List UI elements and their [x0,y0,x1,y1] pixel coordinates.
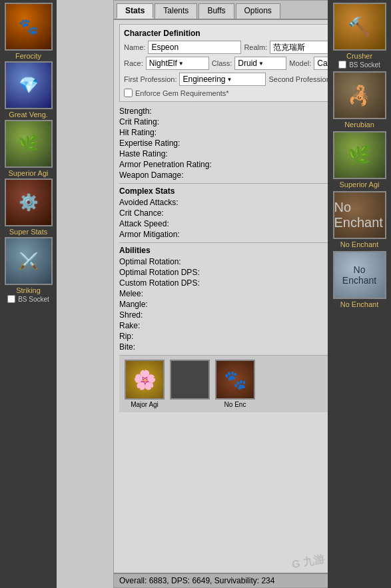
sidebar-item-nerubian[interactable]: 🦂 Nerubian [330,71,389,129]
class-value: Druid [238,59,257,68]
optimal-rotation-label: Optimal Rotation: [119,257,181,266]
sidebar-item-crusher[interactable]: 🔨 Crusher BS Socket [330,3,389,69]
stat-crit-chance-label: Crit Chance: [119,208,164,218]
tab-talents[interactable]: Talents [155,3,197,19]
stat-armor-mitigation-label: Armor Mitigation: [119,230,180,239]
enforce-gem-checkbox[interactable] [124,89,133,97]
crusher-bs-socket-label: BS Socket [349,61,380,69]
striking-bs-socket-checkbox[interactable] [7,295,15,303]
tab-stats[interactable]: Stats [117,3,153,19]
sidebar-item-no-enchant-2[interactable]: No Enchant No Enchant [330,251,389,308]
model-label: Model: [289,59,311,67]
no-enchant-1-label: No Enchant [340,240,378,248]
right-sidebar: 🔨 Crusher BS Socket 🦂 Nerubian 🌿 Superio… [328,0,391,588]
first-prof-value: Engineering [183,75,225,84]
stat-attack-speed-label: Attack Speed: [119,219,169,228]
equip-slot-major-agi[interactable]: 🌸 Major Agi [125,360,165,408]
crusher-bs-socket-row: BS Socket [338,61,380,69]
class-label: Class: [212,59,232,67]
class-arrow: ▼ [258,61,264,67]
main-container: 🐾 Ferocity 💎 Great Veng. 🌿 Superior Agi … [0,0,391,588]
first-prof-label: First Profession: [124,75,177,83]
race-label: Race: [124,59,143,67]
nerubian-label: Nerubian [344,121,374,129]
ferocity-icon: 🐾 [5,3,53,51]
superior-agi-icon: 🌿 [5,120,53,168]
tab-buffs[interactable]: Buffs [198,3,234,19]
name-label: Name: [124,43,145,51]
super-stats-label: Super Stats [9,228,47,236]
bite-label: Bite: [119,342,135,352]
sidebar-item-superior-agi-right[interactable]: 🌿 Superior Agi [330,131,389,188]
equip-major-agi-icon: 🌸 [125,360,165,400]
stat-crit-rating-label: Crit Rating: [119,117,159,127]
realm-input[interactable] [270,41,330,54]
name-input[interactable] [148,41,241,54]
sidebar-item-ferocity[interactable]: 🐾 Ferocity [3,3,55,60]
equip-no-enc-label: No Enc [224,401,246,408]
melee-label: Melee: [119,289,143,298]
stat-weapon-damage-label: Weapon Damage: [119,170,184,180]
realm-label: Realm: [244,43,267,51]
no-enchant-1-icon: No Enchant [333,191,386,239]
stat-strength-label: Strength: [119,107,152,116]
nerubian-icon: 🦂 [333,71,386,119]
superior-agi-right-label: Superior Agi [340,180,380,188]
enforce-gem-label: Enforce Gem Requirements* [135,89,229,97]
race-dropdown[interactable]: NightElf ▼ [146,57,209,70]
mangle-label: Mangle: [119,300,148,309]
sidebar-item-superior-agi[interactable]: 🌿 Superior Agi [3,120,55,177]
overall-text: Overall: 6883, DPS: 6649, Survivability:… [119,576,274,585]
second-prof-label: Second Profession: [268,75,332,83]
left-sidebar: 🐾 Ferocity 💎 Great Veng. 🌿 Superior Agi … [0,0,57,588]
no-enchant-2-icon: No Enchant [333,251,386,299]
stat-expertise-rating-label: Expertise Rating: [119,139,180,148]
stat-haste-rating-label: Haste Rating: [119,149,168,158]
first-prof-dropdown[interactable]: Engineering ▼ [179,73,266,86]
stat-avoided-attacks-label: Avoided Attacks: [119,198,179,207]
first-prof-arrow: ▼ [227,77,232,83]
tab-options[interactable]: Options [236,3,280,19]
sidebar-item-no-enchant-1[interactable]: No Enchant No Enchant [330,191,389,248]
crusher-label: Crusher [346,52,372,60]
rake-label: Rake: [119,321,140,330]
equip-no-enc-icon: 🐾 [215,360,255,400]
equip-empty-icon [170,360,210,400]
sidebar-item-striking[interactable]: ⚔️ Striking BS Socket [3,237,55,303]
optimal-dps-label: Optimal Rotation DPS: [119,268,200,277]
crusher-bs-socket-checkbox[interactable] [338,61,346,69]
superior-agi-label: Superior Agi [9,169,49,177]
striking-bs-socket-label: BS Socket [18,296,49,303]
striking-label: Striking [16,286,41,294]
great-veng-label: Great Veng. [9,111,48,119]
rip-label: Rip: [119,332,133,341]
custom-dps-label: Custom Rotation DPS: [119,278,200,288]
super-stats-icon: ⚙️ [5,178,53,226]
no-enchant-2-label: No Enchant [340,300,378,308]
race-value: NightElf [149,59,177,68]
equip-slot-no-enc[interactable]: 🐾 No Enc [215,360,255,408]
equip-slot-empty[interactable] [170,360,210,408]
striking-icon: ⚔️ [5,237,53,285]
equip-major-agi-label: Major Agi [131,401,159,408]
shred-label: Shred: [119,310,143,320]
striking-bs-socket-row: BS Socket [7,295,49,303]
stat-armor-pen-label: Armor Penetration Rating: [119,160,212,169]
superior-agi-right-icon: 🌿 [333,131,386,179]
ferocity-label: Ferocity [15,52,41,60]
sidebar-item-super-stats[interactable]: ⚙️ Super Stats [3,178,55,236]
sidebar-item-great-veng[interactable]: 💎 Great Veng. [3,61,55,119]
crusher-icon: 🔨 [333,3,386,51]
race-arrow: ▼ [179,61,184,67]
class-dropdown[interactable]: Druid ▼ [234,57,286,70]
great-veng-icon: 💎 [5,61,53,109]
stat-hit-rating-label: Hit Rating: [119,128,157,137]
